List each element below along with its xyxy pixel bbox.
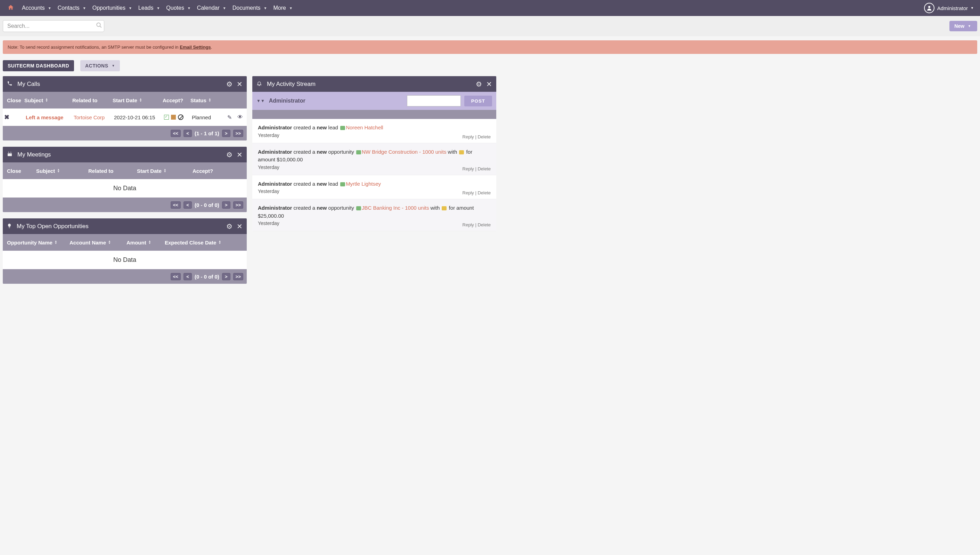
col-start[interactable]: Start Date▲▼ [113,97,163,103]
pager-last[interactable]: >> [233,201,243,209]
accept-tentative-icon[interactable] [171,115,176,120]
activity-link[interactable]: JBC Banking Inc - 1000 units [362,205,429,211]
nav-accounts[interactable]: Accounts▼ [19,0,54,16]
compose-user: Administrator [269,98,403,104]
pager-prev[interactable]: < [184,201,192,209]
col-opp-name[interactable]: Opportunity Name▲▼ [3,240,69,245]
actions-button[interactable]: ACTIONS▼ [80,60,120,71]
col-related: Related to [72,97,113,103]
activity-item: Administrator created a new lead Noreen … [252,119,496,143]
reply-link[interactable]: Reply [462,166,474,172]
gear-icon[interactable]: ⚙ [476,80,482,88]
activity-item: Administrator created a new opportunity … [252,143,496,175]
chevron-double-down-icon[interactable]: ▼▼ [256,98,265,103]
pager-first[interactable]: << [171,201,181,209]
activity-item: Administrator created a new lead Myrtle … [252,175,496,200]
accept-yes-icon[interactable] [164,115,169,120]
delete-link[interactable]: Delete [478,190,491,196]
col-account[interactable]: Account Name▲▼ [69,240,126,245]
lead-icon [340,126,345,130]
gear-icon[interactable]: ⚙ [226,80,232,88]
pager: << < (0 - 0 of 0) > >> [3,197,247,212]
nav-contacts[interactable]: Contacts▼ [54,0,89,16]
home-icon[interactable] [3,4,19,12]
nav-calendar[interactable]: Calendar▼ [194,0,229,16]
search-input[interactable] [3,20,104,32]
col-status[interactable]: Status▲▼ [190,97,220,103]
call-subject-link[interactable]: Left a message [26,114,63,120]
post-button[interactable]: POST [464,96,492,106]
chevron-down-icon: ▼ [129,6,132,10]
pager-last[interactable]: >> [233,130,243,137]
dashlet-head: My Activity Stream ⚙ ✕ [252,76,496,92]
pager-prev[interactable]: < [184,130,192,137]
pager-prev[interactable]: < [184,273,192,280]
col-related: Related to [88,168,137,174]
nav-opportunities[interactable]: Opportunities▼ [89,0,135,16]
col-expected[interactable]: Expected Close Date▲▼ [165,240,247,245]
pager-info: (0 - 0 of 0) [195,202,219,208]
folder-icon [442,206,446,210]
nav-documents[interactable]: Documents▼ [229,0,270,16]
nav-more[interactable]: More▼ [270,0,296,16]
activity-time: Yesterday [258,165,491,170]
activity-link[interactable]: NW Bridge Construction - 1000 units [362,149,446,155]
close-icon[interactable]: ✕ [237,80,243,88]
svg-point-1 [97,23,101,27]
no-data: No Data [3,179,247,197]
gear-icon[interactable]: ⚙ [226,222,232,231]
chevron-down-icon: ▼ [223,6,226,10]
user-name: Administrator [937,5,968,11]
activity-list[interactable]: Administrator created a new lead Noreen … [252,119,496,231]
delete-link[interactable]: Delete [478,222,491,228]
pager-last[interactable]: >> [233,273,243,280]
email-settings-link[interactable]: Email Settings [180,45,211,50]
dashlet-title: My Meetings [18,151,222,158]
top-nav: Accounts▼ Contacts▼ Opportunities▼ Leads… [0,0,980,16]
col-subject[interactable]: Subject▲▼ [24,97,72,103]
close-row-icon[interactable]: ✖ [4,114,10,121]
pager-info: (0 - 0 of 0) [195,274,219,279]
pager-next[interactable]: > [222,130,230,137]
pager-next[interactable]: > [222,201,230,209]
dashlet-title: My Activity Stream [267,81,472,88]
col-subject[interactable]: Subject▲▼ [36,168,88,174]
close-icon[interactable]: ✕ [237,222,243,231]
nav-quotes[interactable]: Quotes▼ [163,0,194,16]
nav-leads[interactable]: Leads▼ [135,0,163,16]
activity-input[interactable] [407,95,461,106]
reply-link[interactable]: Reply [462,190,474,196]
pager-next[interactable]: > [222,273,230,280]
col-amount[interactable]: Amount▲▼ [126,240,165,245]
accept-no-icon[interactable] [178,114,184,120]
gear-icon[interactable]: ⚙ [226,151,232,159]
accept-icons [164,114,189,120]
delete-link[interactable]: Delete [478,134,491,140]
col-start[interactable]: Start Date▲▼ [137,168,192,174]
folder-icon [459,150,464,154]
related-link[interactable]: Tortoise Corp [74,114,105,120]
reply-link[interactable]: Reply [462,222,474,228]
pager-first[interactable]: << [171,273,181,280]
activity-link[interactable]: Noreen Hatchell [346,125,383,130]
pager: << < (1 - 1 of 1) > >> [3,126,247,141]
pager-first[interactable]: << [171,130,181,137]
close-icon[interactable]: ✕ [486,80,492,88]
bulb-icon [7,223,12,230]
dashboard-tab[interactable]: SUITECRM DASHBOARD [3,60,74,71]
reply-link[interactable]: Reply [462,134,474,140]
new-button[interactable]: New▼ [950,21,977,31]
search-icon[interactable] [96,22,102,30]
pager-info: (1 - 1 of 1) [195,130,219,136]
close-icon[interactable]: ✕ [237,151,243,159]
sort-icon: ▲▼ [54,240,58,244]
chevron-down-icon: ▼ [970,6,974,10]
user-menu[interactable]: Administrator ▼ [921,3,977,13]
sort-icon: ▲▼ [57,168,60,173]
delete-link[interactable]: Delete [478,166,491,172]
activity-link[interactable]: Myrtle Lightsey [346,181,381,187]
page-head: SUITECRM DASHBOARD ACTIONS▼ [0,54,980,76]
edit-icon[interactable]: ✎ [227,114,232,121]
sort-icon: ▲▼ [45,98,48,102]
view-icon[interactable]: 👁 [237,114,243,121]
